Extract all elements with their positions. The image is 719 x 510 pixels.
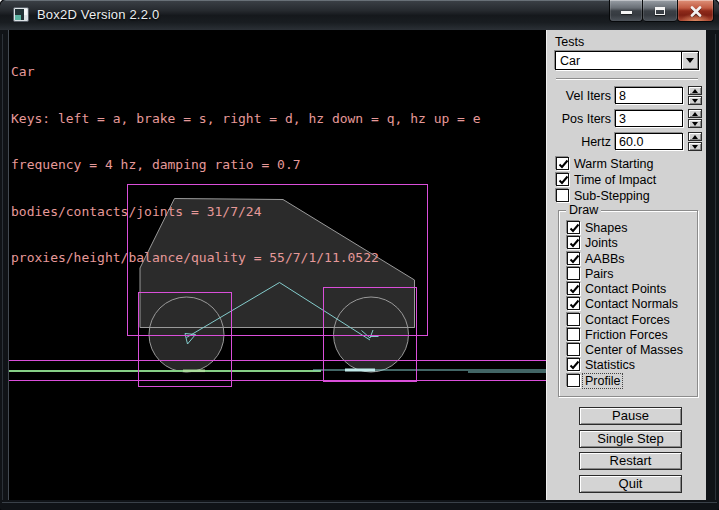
spin-up-button[interactable] <box>688 86 702 95</box>
window-frame-left <box>2 34 3 500</box>
checkbox-label: Contact Normals <box>585 297 678 311</box>
checkbox-box[interactable] <box>556 189 569 202</box>
checkbox-box[interactable] <box>556 173 569 186</box>
control-panel: Tests Car Vel Iters 8 Pos Iters 3 Hertz … <box>546 30 706 500</box>
checkbox-label: AABBs <box>585 252 625 266</box>
caption-buttons <box>609 0 714 22</box>
spin-up-button[interactable] <box>688 109 702 118</box>
window-frame-bottom <box>2 502 717 503</box>
hertz-row: Hertz 60.0 <box>547 133 707 151</box>
spin-down-button[interactable] <box>688 96 702 105</box>
checkbox-box[interactable] <box>567 297 580 310</box>
hertz-spinner <box>688 132 702 151</box>
checkbox-box[interactable] <box>567 374 580 387</box>
arrow-down-icon <box>692 145 698 149</box>
app-icon <box>13 7 29 22</box>
vel-iters-label: Vel Iters <box>547 89 611 103</box>
checkbox-label: Center of Masses <box>585 343 683 357</box>
checkbox-label: Profile <box>583 374 622 388</box>
pos-iters-spinner <box>688 109 702 128</box>
checkbox-label: Sub-Stepping <box>574 189 650 203</box>
arrow-up-icon <box>692 135 698 139</box>
checkbox-box[interactable] <box>567 252 580 265</box>
arrow-up-icon <box>692 112 698 116</box>
window-frame-right <box>715 34 716 500</box>
box2d-window: Box2D Version 2.2.0 <box>0 0 719 510</box>
vel-iters-input[interactable]: 8 <box>615 87 683 104</box>
keys-help: Keys: left = a, brake = s, right = d, hz… <box>11 111 481 127</box>
checkbox-label: Time of Impact <box>574 173 656 187</box>
checkbox-label: Statistics <box>585 358 635 372</box>
test-name: Car <box>11 64 481 80</box>
checkbox-label: Contact Points <box>585 282 666 296</box>
pause-button[interactable]: Pause <box>579 407 682 425</box>
checkbox-box[interactable] <box>567 358 580 371</box>
quit-button[interactable]: Quit <box>579 475 682 493</box>
checkbox-label: Friction Forces <box>585 328 668 342</box>
pos-iters-input[interactable]: 3 <box>615 110 683 127</box>
stats-proxies: proxies/height/balance/quality = 55/7/1/… <box>11 250 481 266</box>
vel-iters-spinner <box>688 86 702 105</box>
spin-down-button[interactable] <box>688 119 702 128</box>
arrow-up-icon <box>692 89 698 93</box>
maximize-icon <box>655 7 665 15</box>
pos-iters-label: Pos Iters <box>547 112 611 126</box>
spin-up-button[interactable] <box>688 132 702 141</box>
hertz-input[interactable]: 60.0 <box>615 133 683 150</box>
window-title: Box2D Version 2.2.0 <box>37 7 159 22</box>
frequency-info: frequency = 4 hz, damping ratio = 0.7 <box>11 157 481 173</box>
checkbox-box[interactable] <box>567 236 580 249</box>
checkbox-label: Pairs <box>585 267 613 281</box>
close-button[interactable] <box>677 0 714 22</box>
checkbox-box[interactable] <box>567 313 580 326</box>
separator <box>556 78 698 80</box>
restart-button[interactable]: Restart <box>579 452 682 470</box>
hud-text: Car Keys: left = a, brake = s, right = d… <box>11 33 481 297</box>
checkbox-label: Joints <box>585 236 618 250</box>
checkbox-box[interactable] <box>567 221 580 234</box>
arrow-down-icon <box>692 122 698 126</box>
simulation-canvas[interactable]: Car Keys: left = a, brake = s, right = d… <box>8 30 546 500</box>
tests-dropdown-value: Car <box>560 54 580 68</box>
stats-bodies: bodies/contacts/joints = 31/7/24 <box>11 204 481 220</box>
checkbox-label: Warm Starting <box>574 157 653 171</box>
hertz-label: Hertz <box>547 135 611 149</box>
dropdown-arrow-button[interactable] <box>681 52 698 69</box>
checkbox-label: Contact Forces <box>585 313 670 327</box>
checkbox-label: Shapes <box>585 221 627 235</box>
minimize-button[interactable] <box>609 0 643 22</box>
draw-group-title: Draw <box>566 203 601 217</box>
checkbox-box[interactable] <box>567 267 580 280</box>
close-icon <box>690 6 702 17</box>
arrow-down-icon <box>692 99 698 103</box>
chevron-down-icon <box>686 58 694 63</box>
tests-label: Tests <box>555 35 584 49</box>
minimize-icon <box>621 11 632 14</box>
checkbox-box[interactable] <box>567 328 580 341</box>
checkbox-box[interactable] <box>567 343 580 356</box>
checkbox-box[interactable] <box>556 157 569 170</box>
maximize-button[interactable] <box>643 0 677 22</box>
vel-iters-row: Vel Iters 8 <box>547 87 707 105</box>
checkbox-box[interactable] <box>567 282 580 295</box>
tests-dropdown[interactable]: Car <box>555 51 699 70</box>
titlebar[interactable]: Box2D Version 2.2.0 <box>0 0 719 30</box>
single-step-button[interactable]: Single Step <box>579 430 682 448</box>
spin-down-button[interactable] <box>688 142 702 151</box>
pos-iters-row: Pos Iters 3 <box>547 110 707 128</box>
